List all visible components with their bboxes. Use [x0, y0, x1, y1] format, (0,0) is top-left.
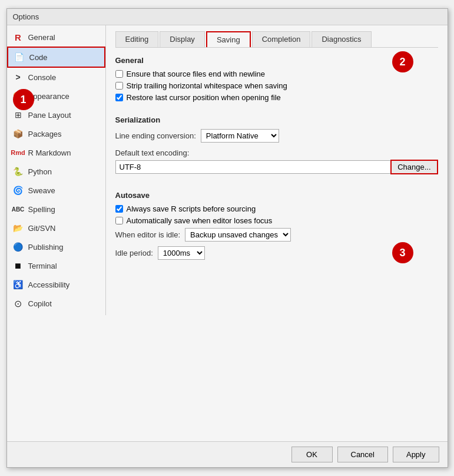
- r-markdown-icon: Rmd: [12, 146, 25, 159]
- strip-whitespace-label: Strip trailing horizontal whitespace whe…: [127, 81, 287, 90]
- tab-diagnostics[interactable]: Diagnostics: [311, 31, 371, 47]
- sidebar-item-accessibility[interactable]: ♿ Accessibility: [7, 275, 105, 294]
- autosave-section: Autosave Always save R scripts before so…: [115, 191, 438, 265]
- sidebar-label-accessibility: Accessibility: [28, 280, 70, 289]
- restore-cursor-label: Restore last cursor position when openin…: [127, 93, 281, 102]
- python-icon: 🐍: [12, 165, 25, 178]
- title-bar: Options: [7, 9, 448, 25]
- sidebar-label-pane-layout: Pane Layout: [28, 111, 71, 120]
- code-icon: 📄: [13, 51, 26, 64]
- sidebar-item-copilot[interactable]: ⊙ Copilot: [7, 294, 105, 313]
- tab-completion[interactable]: Completion: [252, 31, 311, 47]
- serialization-section-title: Serialization: [115, 115, 438, 124]
- ensure-newline-row: Ensure that source files end with newlin…: [115, 70, 438, 78]
- sidebar-label-copilot: Copilot: [28, 299, 52, 308]
- sidebar-item-r-markdown[interactable]: Rmd R Markdown: [7, 143, 105, 162]
- sidebar: R General 📄 Code > Console 🎨 Appearance: [7, 25, 106, 315]
- line-ending-label: Line ending conversion:: [115, 131, 196, 140]
- sidebar-item-console[interactable]: > Console: [7, 68, 105, 87]
- restore-cursor-row: Restore last cursor position when openin…: [115, 93, 438, 102]
- idle-label: When editor is idle:: [115, 230, 181, 239]
- ensure-newline-checkbox[interactable]: [115, 70, 123, 78]
- packages-icon: 📦: [12, 127, 25, 140]
- sidebar-item-appearance[interactable]: 🎨 Appearance: [7, 87, 105, 105]
- dialog-footer: OK Cancel Apply: [7, 441, 448, 467]
- sidebar-item-spelling[interactable]: ABC Spelling: [7, 200, 105, 219]
- sidebar-label-python: Python: [28, 167, 52, 176]
- main-wrapper: Editing Display Saving Completion Diagno…: [106, 25, 448, 441]
- idle-period-label: Idle period:: [115, 249, 153, 257]
- tabs-bar: Editing Display Saving Completion Diagno…: [115, 31, 438, 48]
- tab-editing[interactable]: Editing: [115, 31, 159, 47]
- ensure-newline-label: Ensure that source files end with newlin…: [127, 70, 266, 78]
- sidebar-label-console: Console: [28, 73, 57, 82]
- encoding-row: Change...: [115, 160, 438, 174]
- sweave-icon: 🌀: [12, 184, 25, 197]
- sidebar-label-r-markdown: R Markdown: [28, 148, 71, 157]
- sidebar-item-terminal[interactable]: ■ Terminal: [7, 256, 105, 275]
- sidebar-item-python[interactable]: 🐍 Python: [7, 162, 105, 181]
- cancel-button[interactable]: Cancel: [337, 447, 388, 462]
- sidebar-item-general[interactable]: R General: [7, 28, 105, 47]
- always-save-row: Always save R scripts before sourcing: [115, 204, 438, 213]
- sidebar-label-terminal: Terminal: [28, 262, 57, 270]
- encoding-input[interactable]: [115, 160, 391, 174]
- general-section: General Ensure that source files end wit…: [115, 56, 438, 105]
- autosave-section-title: Autosave: [115, 191, 438, 200]
- auto-save-focus-row: Automatically save when editor loses foc…: [115, 216, 438, 225]
- sidebar-label-code: Code: [29, 53, 48, 62]
- sidebar-label-appearance: Appearance: [28, 92, 69, 101]
- accessibility-icon: ♿: [12, 278, 25, 291]
- idle-period-row: Idle period: 500ms 1000ms 2000ms 3000ms: [115, 246, 438, 260]
- idle-period-select[interactable]: 500ms 1000ms 2000ms 3000ms: [158, 246, 205, 260]
- general-icon: R: [12, 31, 25, 44]
- apply-button[interactable]: Apply: [393, 447, 439, 462]
- dialog-body: R General 📄 Code > Console 🎨 Appearance: [7, 25, 448, 441]
- restore-cursor-checkbox[interactable]: [115, 94, 123, 101]
- sidebar-label-general: General: [28, 33, 55, 42]
- git-svn-icon: 📂: [12, 222, 25, 234]
- console-icon: >: [12, 71, 25, 84]
- strip-whitespace-row: Strip trailing horizontal whitespace whe…: [115, 81, 438, 90]
- sidebar-item-git-svn[interactable]: 📂 Git/SVN: [7, 219, 105, 237]
- sidebar-wrapper: R General 📄 Code > Console 🎨 Appearance: [7, 25, 106, 441]
- auto-save-focus-checkbox[interactable]: [115, 217, 123, 224]
- sidebar-label-spelling: Spelling: [28, 205, 55, 214]
- change-button[interactable]: Change...: [390, 160, 438, 174]
- idle-row: When editor is idle: Backup unsaved chan…: [115, 228, 438, 242]
- sidebar-label-packages: Packages: [28, 130, 62, 138]
- general-section-title: General: [115, 56, 438, 65]
- tab-display[interactable]: Display: [160, 31, 205, 47]
- pane-layout-icon: ⊞: [12, 108, 25, 121]
- line-ending-select[interactable]: Platform Native Windows (CR/LF) Posix (L…: [201, 129, 279, 143]
- sidebar-item-packages[interactable]: 📦 Packages: [7, 124, 105, 143]
- sidebar-item-pane-layout[interactable]: ⊞ Pane Layout: [7, 105, 105, 124]
- publishing-icon: 🔵: [12, 240, 25, 253]
- serialization-section: Serialization Line ending conversion: Pl…: [115, 115, 438, 180]
- spelling-icon: ABC: [12, 203, 25, 216]
- options-dialog: Options R General 📄 Code > Console: [6, 8, 448, 468]
- ok-button[interactable]: OK: [291, 447, 333, 462]
- auto-save-focus-label: Automatically save when editor loses foc…: [127, 216, 273, 225]
- appearance-icon: 🎨: [12, 90, 25, 103]
- terminal-icon: ■: [12, 259, 25, 272]
- main-content: Editing Display Saving Completion Diagno…: [106, 25, 448, 441]
- always-save-label: Always save R scripts before sourcing: [127, 204, 256, 213]
- idle-select[interactable]: Backup unsaved changes Save all files No…: [185, 228, 291, 242]
- encoding-label: Default text encoding:: [115, 148, 438, 157]
- sidebar-item-code[interactable]: 📄 Code: [7, 47, 105, 68]
- line-ending-row: Line ending conversion: Platform Native …: [115, 129, 438, 143]
- dialog-title: Options: [13, 12, 39, 21]
- tab-saving[interactable]: Saving: [206, 31, 251, 47]
- copilot-icon: ⊙: [12, 297, 25, 310]
- sidebar-label-sweave: Sweave: [28, 186, 55, 195]
- sidebar-label-publishing: Publishing: [28, 243, 64, 252]
- sidebar-label-git-svn: Git/SVN: [28, 224, 56, 233]
- sidebar-item-sweave[interactable]: 🌀 Sweave: [7, 181, 105, 200]
- always-save-checkbox[interactable]: [115, 205, 123, 213]
- strip-whitespace-checkbox[interactable]: [115, 82, 123, 90]
- sidebar-item-publishing[interactable]: 🔵 Publishing: [7, 237, 105, 256]
